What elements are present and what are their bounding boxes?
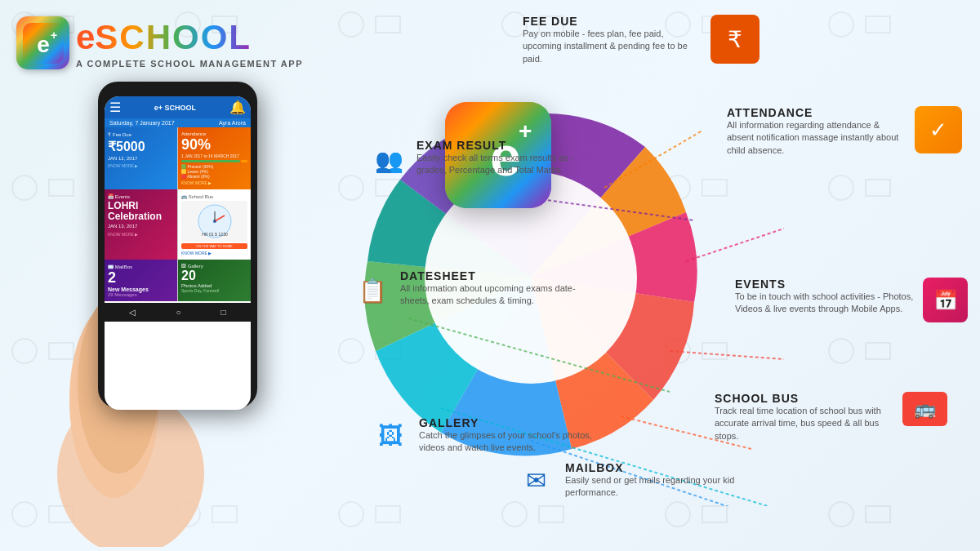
mailbox-label: ✉️ MailBox: [108, 264, 174, 269]
app-logo-icon: e +: [16, 16, 69, 69]
gallery-desc: Catch the glimpses of your school's phot…: [419, 429, 599, 455]
logo-area: e + e SCHOOL A COMPLETE SCHOOL MANAGEMEN…: [16, 16, 303, 69]
photos-count: 20: [181, 269, 247, 283]
attend-range: 1 JAN 2017 to 14 MARCH 2017: [181, 153, 247, 158]
feature-attendance: ATTENDANCE All information regarding att…: [727, 106, 962, 157]
svg-text:HR 01 S 1230: HR 01 S 1230: [202, 232, 228, 237]
photos-sub: Sports Day, Farewell: [181, 288, 247, 293]
svg-text:+: +: [50, 29, 56, 42]
attendance-cell[interactable]: Attendance 90% 1 JAN 2017 to 14 MARCH 20…: [178, 127, 251, 189]
logo-text: e SCHOOL A COMPLETE SCHOOL MANAGEMENT AP…: [76, 18, 303, 69]
phone-app-name: e+ SCHOOL: [154, 104, 196, 112]
datesheet-title: DATESHEET: [400, 269, 580, 282]
events-label: 📅 Events: [108, 193, 174, 199]
mailbox-title: MAILBOX: [565, 461, 745, 474]
feature-fee-due: FEE DUE Pay on mobile - fees plan, fee p…: [523, 15, 760, 65]
datesheet-desc: All information about upcoming exams dat…: [400, 282, 580, 308]
phone-notch: [154, 88, 203, 93]
check-icon: ✓: [915, 106, 962, 153]
mailbox-cell[interactable]: ✉️ MailBox 2 New Messages 29 Messages: [105, 260, 177, 301]
rupee-icon: ₹: [710, 15, 760, 64]
fee-due-cell[interactable]: ₹Fee Due ₹5000 JAN 12, 2017 KNOW MORE ▶: [105, 127, 177, 189]
feature-mailbox: ✉ MAILBOX Easily send or get mails regar…: [514, 461, 745, 500]
svg-line-13: [686, 229, 784, 261]
phone-screen: ☰ e+ SCHOOL 🔔 Saturday, 7 January 2017 A…: [105, 96, 251, 410]
events-know-more[interactable]: KNOW MORE ▶: [108, 232, 174, 237]
feature-events: EVENTS To be in touch with school activi…: [735, 278, 968, 322]
feature-exam-result: 👥 EXAM RESULT Easily check all terms exa…: [368, 139, 596, 181]
phone-nav-bar: ◁ ○ □: [105, 303, 251, 322]
attendance-desc: All information regarding attendance & a…: [727, 119, 906, 157]
fee-due-title: FEE DUE: [523, 15, 702, 28]
logo-e: e: [76, 18, 95, 57]
phone-body: ☰ e+ SCHOOL 🔔 Saturday, 7 January 2017 A…: [98, 82, 257, 408]
events-desc: To be in touch with school activities - …: [735, 291, 915, 316]
attend-know-more[interactable]: KNOW MORE ▶: [181, 180, 247, 185]
fee-due-desc: Pay on mobile - fees plan, fee paid, upc…: [523, 28, 702, 65]
school-bus-cell[interactable]: 🚌 School Bus HR 01 S 1230 ON THE WAY TO …: [178, 189, 251, 260]
fee-know-more[interactable]: KNOW MORE ▶: [108, 163, 174, 168]
gallery-title: GALLERY: [419, 416, 599, 429]
menu-icon: ☰: [109, 100, 121, 115]
attend-pct: 90%: [181, 136, 247, 153]
event-date: JAN 13, 2017: [108, 224, 174, 229]
phone-user: Ayra Arora: [219, 120, 246, 126]
bus-status: ON THE WAY TO HOME: [181, 243, 247, 249]
feature-gallery: 🖼 GALLERY Catch the glimpses of your sch…: [368, 416, 599, 455]
svg-text:e: e: [37, 32, 50, 57]
event-title: LOHRI Celebration: [108, 201, 174, 222]
phone-date: Saturday, 7 January 2017: [109, 120, 175, 126]
school-bus-title: SCHOOL BUS: [715, 392, 894, 405]
exam-result-title: EXAM RESULT: [416, 139, 596, 152]
gallery-cell[interactable]: 🖼 Gallery 20 Photos Added Sports Day, Fa…: [178, 260, 251, 301]
msg-count: 2: [108, 269, 174, 287]
bus-label: 🚌 School Bus: [181, 193, 247, 199]
notification-icon: 🔔: [229, 100, 246, 115]
mailbox-desc: Easily send or get mails regarding your …: [565, 474, 745, 500]
datesheet-icon: 📋: [351, 269, 394, 312]
svg-line-14: [670, 351, 784, 359]
bus-icon: 🚌: [902, 392, 947, 426]
logo-school-text: SCHOOL: [95, 18, 252, 57]
events-title: EVENTS: [735, 278, 915, 291]
feature-datesheet: 📋 DATESHEET All information about upcomi…: [351, 269, 580, 312]
feature-school-bus: SCHOOL BUS Track real time location of s…: [715, 392, 947, 442]
phone-header: ☰ e+ SCHOOL 🔔: [105, 96, 251, 118]
phone-date-bar: Saturday, 7 January 2017 Ayra Arora: [105, 118, 251, 127]
gallery-icon: 🖼: [368, 416, 412, 455]
attendance-title: ATTENDANCE: [727, 106, 906, 119]
fee-date: JAN 12, 2017: [108, 156, 174, 161]
events-cell[interactable]: 📅 Events LOHRI Celebration JAN 13, 2017 …: [105, 189, 177, 260]
school-bus-desc: Track real time location of school bus w…: [715, 405, 894, 442]
exam-result-desc: Easily check all terms exam results as -…: [416, 152, 596, 177]
absent-label: 🟥 Absent (6%): [181, 174, 247, 179]
phone-mockup: ☰ e+ SCHOOL 🔔 Saturday, 7 January 2017 A…: [65, 65, 278, 522]
bus-know-more[interactable]: KNOW MORE ▶: [181, 251, 247, 256]
mail-icon: ✉: [514, 463, 557, 497]
msg-sub: 29 Messages: [108, 292, 174, 297]
exam-icon: 👥: [368, 139, 410, 181]
fee-amount: ₹5000: [108, 139, 174, 154]
calendar-icon: 📅: [923, 278, 968, 322]
msg-title: New Messages: [108, 287, 174, 292]
fee-label: ₹Fee Due: [108, 131, 174, 137]
